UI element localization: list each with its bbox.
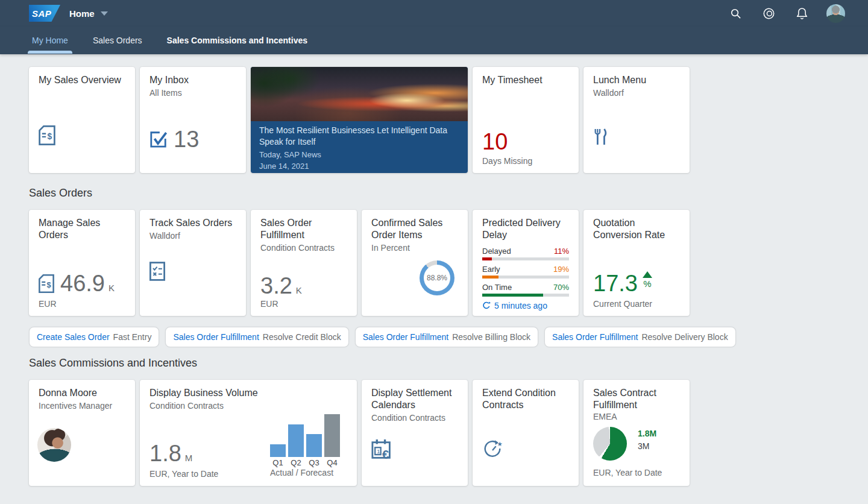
- confirmed-donut-label: 88.8%: [420, 260, 454, 295]
- delay-row-value: 11%: [554, 247, 569, 256]
- tab-sales-commissions[interactable]: Sales Commissions and Incentives: [167, 27, 307, 54]
- link-secondary: Resolve Delivery Block: [641, 332, 728, 342]
- kpi-unit: M: [185, 453, 193, 463]
- sales-order-document-icon: $: [39, 274, 54, 293]
- tile-predicted-delivery-delay[interactable]: Predicted Delivery Delay Delayed 11% Ear…: [473, 210, 579, 316]
- tile-title: Confirmed Sales Order Items: [371, 217, 458, 241]
- copilot-icon[interactable]: [760, 5, 777, 22]
- delay-bar-track: [482, 294, 569, 297]
- task-check-icon: [149, 130, 168, 148]
- refresh-label: 5 minutes ago: [494, 301, 547, 310]
- link-primary: Sales Order Fulfillment: [552, 332, 638, 342]
- tile-lunch-menu[interactable]: Lunch Menu Walldorf: [583, 67, 690, 173]
- delay-row-label: Delayed: [482, 247, 511, 256]
- tab-my-home[interactable]: My Home: [32, 27, 68, 54]
- contract-actual-value: 1.8M: [638, 428, 656, 439]
- tile-subtitle: Condition Contracts: [260, 243, 347, 253]
- tile-track-sales-orders[interactable]: Track Sales Orders Walldorf: [140, 210, 246, 316]
- contract-pie-chart: 1.8M 3M: [593, 427, 656, 461]
- news-date: June 14, 2021: [259, 161, 459, 172]
- tile-quotation-conversion-rate[interactable]: Quotation Conversion Rate 17.3 % Current…: [583, 210, 690, 316]
- tile-subtitle: All Items: [149, 88, 236, 98]
- delay-bar-fill: [482, 294, 543, 297]
- timesheet-value-label: Days Missing: [482, 156, 532, 166]
- business-volume-bar-chart: Q1 Q2 Q3 Q4 Actual / Forecast: [270, 414, 340, 477]
- tab-label: My Home: [32, 36, 68, 45]
- tile-subtitle: Walldorf: [149, 231, 236, 241]
- timesheet-value: 10: [482, 130, 532, 154]
- meal-utensils-icon: [593, 128, 608, 145]
- tile-display-business-volume[interactable]: Display Business Volume Condition Contra…: [140, 380, 357, 486]
- kpi-unit: K: [296, 285, 302, 295]
- tile-title: Display Settlement Calendars: [371, 387, 458, 411]
- search-icon[interactable]: [727, 5, 744, 22]
- volume-bar: [306, 434, 322, 457]
- tile-title: Sales Order Fulfillment: [260, 217, 347, 241]
- chart-caption: Actual / Forecast: [270, 468, 340, 477]
- delay-row-value: 19%: [553, 265, 569, 274]
- kpi-footer: EUR: [260, 299, 302, 309]
- section-heading-sales-orders: Sales Orders: [29, 187, 92, 200]
- news-source: Today, SAP News: [259, 150, 459, 160]
- kpi-value: 3.2: [260, 274, 292, 298]
- link-create-sales-order[interactable]: Create Sales Order Fast Entry: [29, 327, 159, 347]
- tile-my-inbox[interactable]: My Inbox All Items 13: [140, 67, 246, 173]
- link-resolve-delivery-block[interactable]: Sales Order Fulfillment Resolve Delivery…: [544, 327, 736, 347]
- inbox-count: 13: [174, 127, 199, 151]
- delay-row-value: 70%: [553, 283, 569, 292]
- tile-my-sales-overview[interactable]: My Sales Overview $: [29, 67, 135, 173]
- kpi-unit: K: [108, 283, 115, 293]
- tile-title: My Sales Overview: [39, 74, 125, 86]
- fiori-launchpad: SAP Home My Home Sales Orders Sales Comm…: [0, 0, 868, 504]
- kpi-unit: %: [643, 279, 651, 289]
- link-secondary: Fast Entry: [113, 332, 152, 342]
- news-body: The Most Resilient Businesses Let Intell…: [251, 121, 468, 172]
- tile-sales-order-fulfillment[interactable]: Sales Order Fulfillment Condition Contra…: [251, 210, 357, 316]
- chevron-down-icon: [101, 11, 108, 16]
- tile-sales-contract-fulfillment[interactable]: Sales Contract Fulfillment EMEA 1.8M 3M …: [583, 380, 690, 486]
- delay-bar-fill: [482, 276, 498, 279]
- delay-bar-track: [482, 276, 569, 279]
- tab-label: Sales Orders: [93, 36, 142, 45]
- tile-subtitle: Incentives Manager: [39, 401, 125, 411]
- tile-manage-sales-orders[interactable]: Manage Sales Orders $ 46.9 K EUR: [29, 210, 135, 316]
- link-resolve-credit-block[interactable]: Sales Order Fulfillment Resolve Credit B…: [165, 327, 348, 347]
- tile-display-settlement-calendars[interactable]: Display Settlement Calendars Condition C…: [362, 380, 468, 486]
- tile-title: Track Sales Orders: [149, 217, 236, 229]
- volume-bar-labels: Q1 Q2 Q3 Q4: [270, 458, 340, 467]
- bar-label: Q1: [270, 458, 286, 467]
- svg-text:★: ★: [497, 441, 503, 447]
- tile-title: Manage Sales Orders: [39, 217, 125, 241]
- refresh-icon: [482, 301, 491, 310]
- app-title-menu[interactable]: Home: [69, 0, 108, 27]
- volume-bar: [270, 444, 286, 457]
- svg-text:$: $: [46, 280, 51, 289]
- user-avatar[interactable]: [826, 4, 845, 23]
- delay-row-label: Early: [482, 265, 500, 274]
- tile-subtitle: In Percent: [371, 243, 458, 253]
- tile-title: Display Business Volume: [149, 387, 347, 399]
- notifications-icon[interactable]: [793, 5, 810, 22]
- tile-title: Sales Contract Fulfillment: [593, 387, 680, 411]
- tile-profile-donna-moore[interactable]: Donna Moore Incentives Manager: [29, 380, 135, 486]
- link-secondary: Resolve Credit Block: [263, 332, 341, 342]
- tab-sales-orders[interactable]: Sales Orders: [93, 27, 142, 54]
- tile-confirmed-sales-order-items[interactable]: Confirmed Sales Order Items In Percent 8…: [362, 210, 468, 316]
- tile-title: Quotation Conversion Rate: [593, 217, 680, 241]
- link-primary: Sales Order Fulfillment: [363, 332, 448, 342]
- tile-news[interactable]: The Most Resilient Businesses Let Intell…: [251, 67, 468, 173]
- delay-row: Delayed 11%: [482, 247, 569, 260]
- link-resolve-billing-block[interactable]: Sales Order Fulfillment Resolve Billing …: [355, 327, 538, 347]
- tile-subtitle: Condition Contracts: [371, 413, 458, 423]
- sap-logo[interactable]: SAP: [29, 5, 60, 22]
- tile-my-timesheet[interactable]: My Timesheet 10 Days Missing: [473, 67, 579, 173]
- anchor-navigation-bar: My Home Sales Orders Sales Commissions a…: [0, 27, 868, 54]
- kpi-footer: EUR, Year to Date: [593, 468, 662, 477]
- tile-title: Lunch Menu: [593, 74, 680, 86]
- bar-label: Q4: [324, 458, 340, 467]
- news-photo: [251, 67, 468, 121]
- kpi-value: 1.8: [149, 441, 181, 465]
- tile-extend-condition-contracts[interactable]: Extend Condition Contracts ★: [473, 380, 579, 486]
- refresh-control[interactable]: 5 minutes ago: [482, 301, 569, 310]
- tile-subtitle: EMEA: [593, 412, 680, 422]
